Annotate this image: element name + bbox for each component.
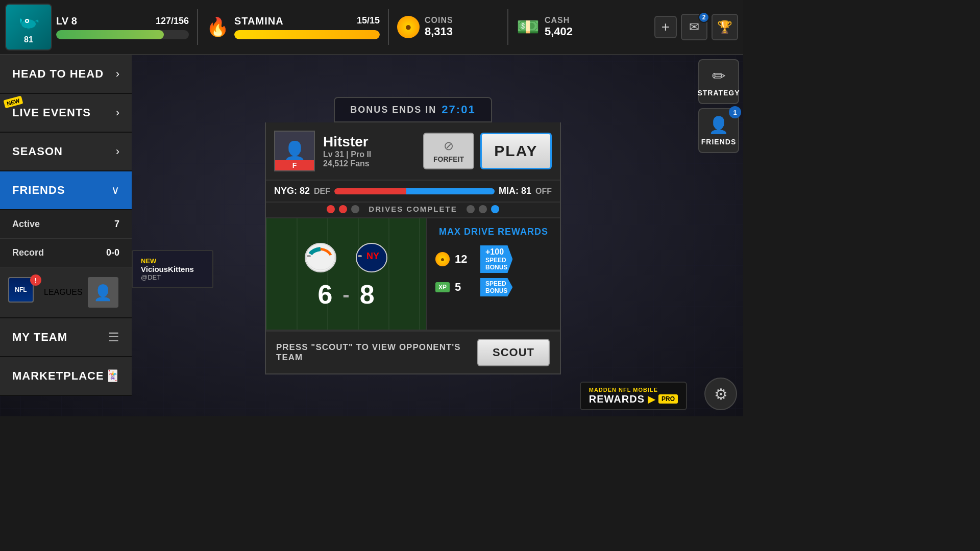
trophy-button[interactable]: 🏆 [712, 14, 738, 40]
drive-dot-2 [339, 205, 347, 213]
sidebar-item-leagues[interactable]: NFL ! LEAGUES 👤 [0, 267, 132, 318]
record-value: 0-0 [106, 247, 119, 258]
player-badge: F [275, 160, 314, 170]
nyg-status: DEF [314, 187, 330, 196]
sidebar-item-live-events[interactable]: NEW LIVE EVENTS › [0, 94, 132, 133]
friends-record-item[interactable]: Record 0-0 [0, 239, 132, 267]
forfeit-button[interactable]: ⊘ FORFEIT [423, 133, 474, 169]
nyg-abbr: NYG: 82 [274, 186, 310, 196]
add-cash-button[interactable]: + [654, 16, 677, 38]
drive-dot-5 [479, 205, 487, 213]
play-button[interactable]: PLAY [480, 133, 552, 169]
coins-section: ● COINS 8,313 [397, 16, 499, 38]
player-fans: 24,512 Fans [323, 159, 371, 168]
menu-icon: ☰ [108, 330, 119, 344]
rewards-title: MAX DRIVE REWARDS [435, 227, 552, 237]
right-sidebar: ✏ STRATEGY 👤 FRIENDS 1 [694, 55, 743, 157]
sidebar-item-label: HEAD TO HEAD [12, 67, 116, 81]
rewards-pro-top-label: MADDEN NFL MOBILE [589, 387, 678, 393]
sidebar-item-head-to-head[interactable]: HEAD TO HEAD › [0, 55, 132, 94]
cash-label: CASH [545, 16, 573, 25]
modal-card: 👤 F Hitster Lv 31 | Pro II 24,512 Fans ⊘… [265, 122, 561, 374]
play-label: PLAY [494, 142, 537, 160]
chevron-right-icon: › [116, 106, 119, 119]
strategy-label: STRATEGY [697, 89, 740, 97]
bonus-plus: +100 [485, 247, 507, 257]
settings-button[interactable]: ⚙ [704, 378, 737, 410]
rewards-pro-arrow-icon: ▶ [648, 393, 655, 405]
coins-value: 8,313 [425, 25, 453, 38]
miami-helmet-icon [300, 238, 341, 274]
drive-dot-6 [491, 205, 499, 213]
nfl-logo-area: NFL ! [8, 277, 39, 308]
stamina-label: STAMINA [234, 15, 284, 27]
active-label: Active [12, 219, 114, 230]
cards-icon: 🃏 [106, 369, 119, 383]
scout-button[interactable]: SCOUT [477, 339, 550, 366]
sidebar-item-marketplace[interactable]: MARKETPLACE 🃏 [0, 357, 132, 396]
player-info: Hitster Lv 31 | Pro II 24,512 Fans [323, 134, 371, 168]
mia-abbr: MIA: 81 [499, 186, 531, 196]
friends-right-button[interactable]: 👤 FRIENDS 1 [698, 108, 739, 153]
reward-coins-amount: 12 [455, 253, 475, 266]
score-home: 6 [317, 279, 332, 310]
sidebar-item-label: LEAGUES [44, 288, 83, 297]
team-logo[interactable]: 81 [5, 4, 52, 51]
bonus-timer: 27:01 [442, 103, 475, 116]
stamina-bar [234, 30, 380, 39]
sidebar-item-season[interactable]: SEASON › [0, 133, 132, 171]
level-bar-fill [56, 30, 164, 39]
stamina-section: 🔥 STAMINA 15/15 [206, 15, 380, 39]
modal-overlay: BONUS ENDS IN 27:01 👤 F Hitster Lv 31 | … [132, 55, 694, 416]
cash-section: 💵 CASH 5,402 [517, 16, 608, 38]
sidebar-item-label: SEASON [12, 145, 116, 158]
sidebar-item-label: FRIENDS [12, 184, 111, 197]
mia-status: OFF [535, 187, 552, 196]
score-bar-blue [406, 188, 495, 194]
notif-name: ViciousKittens [141, 265, 204, 273]
stamina-fraction: 15/15 [357, 15, 380, 27]
bonus-banner: BONUS ENDS IN 27:01 [334, 97, 492, 122]
drives-row: DRIVES COMPLETE [266, 203, 560, 218]
sidebar-item-my-team[interactable]: MY TEAM ☰ [0, 318, 132, 357]
player-actions: ⊘ FORFEIT PLAY [423, 133, 552, 169]
sidebar-item-label: MARKETPLACE [12, 369, 106, 383]
flame-icon: 🔥 [206, 16, 229, 38]
top-bar: 81 LV 8 127/156 🔥 STAMINA 15/15 ● COINS … [0, 0, 743, 55]
cash-value: 5,402 [545, 25, 573, 38]
friends-submenu: Active 7 Record 0-0 [0, 210, 132, 267]
player-level: Lv 31 | Pro II [323, 150, 371, 159]
team-number: 81 [24, 35, 33, 44]
rewards-pro-text: MADDEN NFL MOBILE REWARDS ▶ PRO [589, 387, 678, 405]
level-section: LV 8 127/156 [56, 15, 189, 39]
player-row: 👤 F Hitster Lv 31 | Pro II 24,512 Fans ⊘… [266, 122, 560, 181]
scout-row: PRESS "SCOUT" TO VIEW OPPONENT'S TEAM SC… [266, 331, 560, 373]
nyg-helmet-icon: NY [351, 238, 392, 274]
field-area: NY 6 - 8 [266, 218, 427, 330]
coins-label: COINS [425, 16, 453, 25]
person-icon: 👤 [708, 115, 729, 135]
score-bar [334, 188, 495, 194]
record-label: Record [12, 247, 106, 258]
scout-text: PRESS "SCOUT" TO VIEW OPPONENT'S TEAM [276, 342, 469, 363]
friends-active-item[interactable]: Active 7 [0, 210, 132, 239]
pencil-icon: ✏ [712, 66, 726, 86]
strategy-button[interactable]: ✏ STRATEGY [698, 59, 739, 104]
sidebar-item-friends[interactable]: FRIENDS ∨ [0, 171, 132, 210]
bonus-label: SPEED BONUS [485, 257, 507, 271]
field-lines [266, 218, 426, 330]
reward-coins-item: ● 12 +100 SPEED BONUS [435, 245, 552, 273]
pro-label: PRO [658, 394, 678, 404]
top-right-buttons: + ✉ 2 🏆 [654, 14, 738, 40]
drive-dot-1 [327, 205, 335, 213]
chevron-right-icon: › [116, 67, 119, 81]
helmets-row: NY [300, 238, 392, 274]
mail-button[interactable]: ✉ 2 [681, 14, 707, 40]
reward-coin-icon: ● [435, 252, 450, 266]
svg-point-2 [26, 20, 28, 22]
reward-xp-amount: 5 [455, 281, 475, 294]
rewards-pro-banner[interactable]: MADDEN NFL MOBILE REWARDS ▶ PRO [580, 382, 687, 410]
score-display: 6 - 8 [317, 279, 374, 310]
divider-2 [388, 9, 389, 45]
match-section: NY 6 - 8 MAX DRIVE REWARDS ● 12 [266, 218, 560, 331]
